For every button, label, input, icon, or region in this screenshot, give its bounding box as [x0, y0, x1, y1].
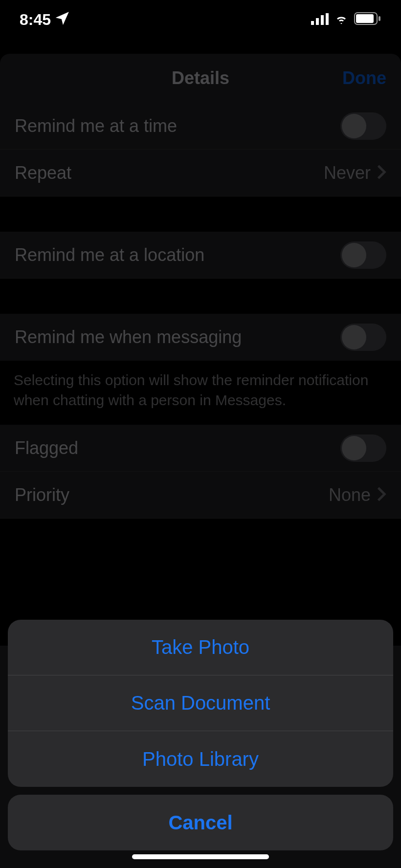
remind-location-row[interactable]: Remind me at a location [0, 232, 401, 279]
nav-header: Details Done [0, 54, 401, 103]
flagged-toggle[interactable] [340, 434, 386, 462]
toggle-knob [342, 436, 366, 460]
remind-location-label: Remind me at a location [15, 245, 204, 265]
remind-messaging-row[interactable]: Remind me when messaging [0, 314, 401, 361]
status-time: 8:45 [20, 11, 51, 29]
flagged-row[interactable]: Flagged [0, 425, 401, 472]
priority-row[interactable]: Priority None [0, 472, 401, 519]
action-sheet: Take Photo Scan Document Photo Library C… [0, 620, 401, 868]
status-left: 8:45 [20, 11, 69, 29]
repeat-label: Repeat [15, 163, 71, 183]
status-right [311, 11, 381, 29]
photo-library-button[interactable]: Photo Library [8, 731, 393, 787]
priority-value-group: None [329, 485, 386, 505]
messaging-section: Remind me when messaging [0, 314, 401, 361]
toggle-knob [342, 243, 366, 267]
section-gap [0, 279, 401, 314]
scan-document-button[interactable]: Scan Document [8, 675, 393, 731]
remind-location-toggle[interactable] [340, 241, 386, 269]
svg-rect-5 [356, 14, 374, 23]
remind-messaging-label: Remind me when messaging [15, 327, 242, 347]
svg-rect-2 [321, 15, 324, 25]
flagged-label: Flagged [15, 438, 78, 458]
section-gap [0, 196, 401, 232]
cellular-signal-icon [311, 11, 329, 29]
svg-rect-3 [326, 13, 329, 25]
wifi-icon [334, 11, 349, 29]
chevron-right-icon [377, 486, 386, 504]
done-button[interactable]: Done [342, 68, 386, 88]
remind-messaging-toggle[interactable] [340, 324, 386, 351]
action-sheet-cancel-group: Cancel [8, 795, 393, 850]
location-section: Remind me at a location [0, 232, 401, 279]
svg-rect-0 [311, 21, 314, 25]
home-indicator[interactable] [132, 854, 269, 859]
page-title: Details [172, 68, 229, 88]
remind-time-toggle[interactable] [340, 112, 386, 140]
remind-time-row[interactable]: Remind me at a time [0, 103, 401, 150]
toggle-knob [342, 114, 366, 138]
messaging-footer-text: Selecting this option will show the remi… [0, 361, 401, 425]
chevron-right-icon [377, 164, 386, 182]
battery-icon [354, 11, 381, 29]
status-bar: 8:45 [0, 0, 401, 39]
repeat-value: Never [324, 163, 371, 183]
priority-value: None [329, 485, 371, 505]
repeat-value-group: Never [324, 163, 386, 183]
repeat-row[interactable]: Repeat Never [0, 150, 401, 196]
action-sheet-options: Take Photo Scan Document Photo Library [8, 620, 393, 787]
location-icon [56, 11, 69, 29]
time-section: Remind me at a time Repeat Never [0, 103, 401, 196]
cancel-button[interactable]: Cancel [8, 795, 393, 850]
priority-label: Priority [15, 485, 69, 505]
take-photo-button[interactable]: Take Photo [8, 620, 393, 675]
toggle-knob [342, 325, 366, 349]
flagged-priority-section: Flagged Priority None [0, 425, 401, 519]
svg-rect-1 [316, 18, 319, 25]
svg-rect-6 [379, 16, 380, 21]
remind-time-label: Remind me at a time [15, 116, 177, 136]
